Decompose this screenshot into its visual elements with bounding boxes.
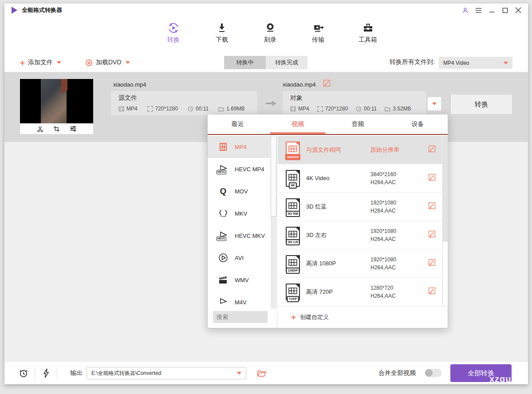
edit-preset-icon[interactable]	[428, 202, 436, 211]
schedule-button[interactable]	[19, 362, 28, 385]
target-title: 对象	[290, 94, 426, 102]
load-dvd-button[interactable]: 加载DVD	[85, 53, 130, 72]
format-item-wmv[interactable]: WMV	[208, 269, 270, 291]
avi-icon	[217, 252, 229, 263]
plus-icon: +	[291, 313, 296, 321]
maximize-icon[interactable]	[501, 7, 508, 14]
preset-row-1080p[interactable]: 1080P 高清 1080P 1920*1080 H264,AAC	[278, 249, 442, 278]
trim-icon[interactable]	[37, 126, 43, 132]
chevron-down-icon	[432, 102, 437, 105]
crop-icon[interactable]	[53, 126, 60, 132]
desktop: 全能格式转换器	[0, 0, 532, 394]
3d-lr-format-icon: 3D LR	[286, 227, 300, 244]
tab-convert[interactable]: 转换	[154, 21, 193, 44]
alarm-icon	[19, 368, 28, 378]
format-item-mov[interactable]: Q MOV	[208, 180, 270, 202]
edit-preset-icon[interactable]	[428, 259, 436, 268]
mp4-icon	[217, 142, 229, 152]
format-item-mkv[interactable]: MKV	[208, 202, 270, 225]
search-input[interactable]	[213, 311, 268, 323]
tab-download[interactable]: 下载	[202, 21, 242, 44]
mov-icon: Q	[217, 186, 229, 197]
resolution-icon	[147, 106, 153, 112]
source-info-box: 源文件 MP4 720*1280 00:11	[111, 91, 257, 115]
tab-burn[interactable]: 刻录	[250, 21, 290, 44]
output-format-select[interactable]: MP4 Video	[439, 57, 512, 69]
format-item-avi[interactable]: AVI	[208, 247, 270, 269]
convert-button[interactable]: 转换	[450, 94, 512, 114]
dvd-icon	[85, 59, 93, 67]
film-icon	[290, 106, 296, 112]
toolbar: + 添加文件 加载DVD 转换中 转换完成 转换所有文件到: MP4 Video	[4, 53, 528, 72]
main-nav: 转换 下载 刻录	[4, 17, 528, 53]
chevron-down-icon	[57, 61, 61, 64]
format-picker-popup: 最近 视频 音频 设备 MP4 HEVC HEVC MP4	[207, 114, 448, 328]
merge-label: 合并全部视频	[378, 362, 416, 385]
preset-list-scrollbar-handle[interactable]	[443, 136, 448, 242]
edit-preset-icon[interactable]	[428, 230, 436, 240]
user-icon[interactable]	[461, 7, 469, 14]
edit-preset-icon[interactable]	[428, 145, 436, 154]
close-icon[interactable]	[515, 7, 522, 14]
format-sidebar: MP4 HEVC HEVC MP4 Q MOV	[208, 136, 270, 309]
burn-icon	[250, 21, 290, 35]
preset-list-scrollbar[interactable]	[442, 136, 448, 307]
4k-format-icon: 4K	[286, 170, 300, 187]
thumbnail-toolbar	[20, 123, 93, 134]
preset-row-4k[interactable]: 4K 4K Video 3840*2160 H264,AAC	[278, 164, 442, 193]
format-item-hevc-mkv[interactable]: HEVC HEVC MKV	[208, 225, 270, 247]
folder-icon	[385, 106, 390, 112]
output-path-select[interactable]: E:\全能格式转换器\Converted	[87, 367, 246, 379]
watermark: xzgui.cn	[489, 374, 528, 384]
format-item-m4v[interactable]: M4V	[208, 291, 270, 309]
mkv-icon	[217, 208, 229, 219]
tab-converting[interactable]: 转换中	[224, 56, 266, 69]
convert-state-tabs: 转换中 转换完成	[224, 56, 307, 69]
preset-row-source[interactable]: source 与源文件相同 原始分辨率	[278, 136, 442, 164]
format-item-mp4[interactable]: MP4	[208, 136, 270, 158]
title-bar: 全能格式转换器	[4, 4, 528, 17]
arrow-right-icon	[265, 100, 277, 109]
wmv-icon	[217, 275, 229, 285]
video-thumbnail[interactable]	[20, 79, 93, 134]
clock-icon	[356, 106, 362, 112]
popup-tab-recent[interactable]: 最近	[208, 114, 268, 134]
folder-icon	[218, 106, 224, 112]
convert-all-label: 转换所有文件到:	[390, 58, 435, 66]
app-window: 全能格式转换器	[4, 4, 528, 384]
merge-toggle[interactable]	[425, 369, 441, 377]
effects-icon[interactable]	[70, 126, 77, 132]
sidebar-scrollbar[interactable]	[271, 136, 276, 309]
target-info-box: 对象 MP4 720*1280 00:11	[283, 91, 426, 115]
preset-row-720p[interactable]: 720P 高清 720P 1280*720 H264,AAC	[278, 278, 442, 306]
hevc-mkv-icon: HEVC	[217, 230, 229, 241]
chevron-down-icon	[126, 61, 130, 64]
resolution-icon	[317, 106, 323, 112]
menu-icon[interactable]	[475, 7, 482, 14]
preset-row-3d-rb[interactable]: 3D RB 3D 红蓝 1920*1080 H264,AAC	[278, 193, 442, 221]
tab-toolbox[interactable]: 工具箱	[346, 21, 390, 44]
minimize-icon[interactable]	[488, 7, 495, 14]
format-item-hevc-mp4[interactable]: HEVC HEVC MP4	[208, 158, 270, 180]
source-file-name: xiaodao.mp4	[113, 81, 146, 88]
edit-preset-icon[interactable]	[428, 173, 436, 183]
format-dropdown-button[interactable]	[427, 97, 441, 111]
download-icon	[202, 21, 242, 35]
create-custom-button[interactable]: + 创建自定义	[291, 313, 329, 321]
hevc-mp4-icon: HEVC	[217, 164, 229, 174]
1080p-format-icon: 1080P	[286, 255, 300, 272]
add-file-button[interactable]: + 添加文件	[20, 53, 61, 72]
thumbnail-image	[20, 79, 93, 123]
rename-icon[interactable]	[323, 79, 331, 89]
sidebar-scrollbar-handle[interactable]	[271, 136, 276, 217]
edit-preset-icon[interactable]	[428, 287, 436, 296]
preset-row-3d-lr[interactable]: 3D LR 3D 左右 1920*1080 H264,AAC	[278, 221, 442, 249]
tab-finished[interactable]: 转换完成	[266, 56, 307, 69]
popup-tab-video[interactable]: 视频	[268, 114, 327, 134]
app-logo-icon	[12, 7, 17, 14]
high-speed-button[interactable]	[43, 362, 50, 385]
open-folder-button[interactable]	[257, 362, 266, 385]
tab-transfer[interactable]: 传输	[298, 21, 338, 44]
popup-tab-audio[interactable]: 音频	[328, 114, 388, 134]
popup-tab-device[interactable]: 设备	[388, 114, 448, 134]
